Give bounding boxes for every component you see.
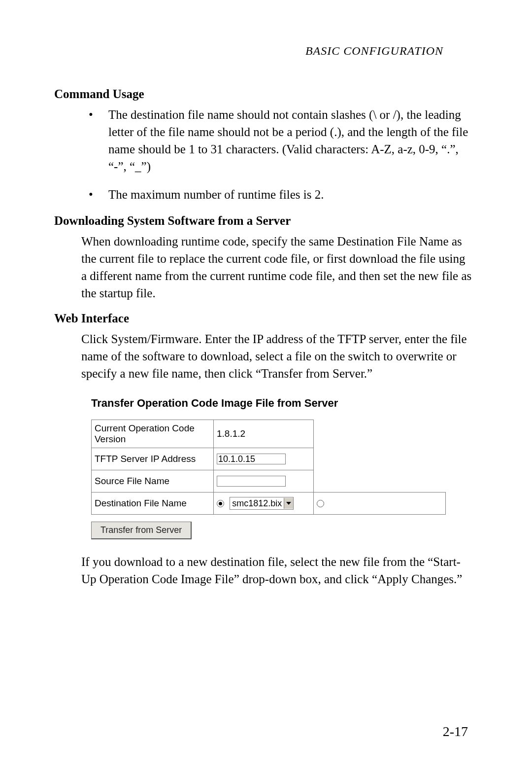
bullet-item: The destination file name should not con… xyxy=(81,106,473,175)
table-row: TFTP Server IP Address xyxy=(92,448,446,470)
heading-web-interface: Web Interface xyxy=(54,312,478,325)
dest-existing-radio[interactable] xyxy=(217,500,224,507)
transfer-ui-panel: Transfer Operation Code Image File from … xyxy=(91,397,446,539)
dest-file-existing-cell: smc1812.bix xyxy=(214,493,314,515)
bullet-text: The destination file name should not con… xyxy=(108,108,468,173)
dest-file-select[interactable]: smc1812.bix xyxy=(230,497,294,510)
version-value: 1.8.1.2 xyxy=(214,420,314,448)
dest-file-select-value: smc1812.bix xyxy=(230,498,284,509)
page-number: 2-17 xyxy=(443,724,468,739)
downloading-paragraph: When downloading runtime code, specify t… xyxy=(81,233,473,302)
dest-file-label: Destination File Name xyxy=(92,493,214,515)
page-header: BASIC CONFIGURATION xyxy=(54,44,478,58)
dest-file-new-cell xyxy=(314,493,446,515)
source-file-label: Source File Name xyxy=(92,470,214,493)
source-file-input[interactable] xyxy=(217,476,286,487)
transfer-ui-title: Transfer Operation Code Image File from … xyxy=(91,397,446,410)
dest-new-radio[interactable] xyxy=(317,500,324,507)
chevron-down-icon xyxy=(284,498,293,509)
empty-cell xyxy=(314,420,446,448)
heading-command-usage: Command Usage xyxy=(54,87,478,101)
transfer-form-table: Current Operation Code Version 1.8.1.2 T… xyxy=(91,420,446,515)
version-label: Current Operation Code Version xyxy=(92,420,214,448)
transfer-from-server-button[interactable]: Transfer from Server xyxy=(91,522,192,539)
svg-marker-0 xyxy=(286,502,291,505)
table-row: Source File Name xyxy=(92,470,446,493)
heading-downloading: Downloading System Software from a Serve… xyxy=(54,214,478,228)
bullet-text: The maximum number of runtime files is 2… xyxy=(108,188,324,201)
source-file-cell xyxy=(214,470,314,493)
bullet-item: The maximum number of runtime files is 2… xyxy=(81,186,473,203)
table-row: Destination File Name smc1812.bix xyxy=(92,493,446,515)
empty-cell xyxy=(314,470,446,493)
tftp-ip-input[interactable] xyxy=(217,454,286,464)
table-row: Current Operation Code Version 1.8.1.2 xyxy=(92,420,446,448)
post-ui-paragraph: If you download to a new destination fil… xyxy=(81,553,473,588)
tftp-ip-label: TFTP Server IP Address xyxy=(92,448,214,470)
command-usage-bullets: The destination file name should not con… xyxy=(81,106,473,203)
tftp-ip-cell xyxy=(214,448,314,470)
empty-cell xyxy=(314,448,446,470)
header-text: BASIC CONFIGURATION xyxy=(305,44,443,57)
web-interface-paragraph: Click System/Firmware. Enter the IP addr… xyxy=(81,330,473,382)
